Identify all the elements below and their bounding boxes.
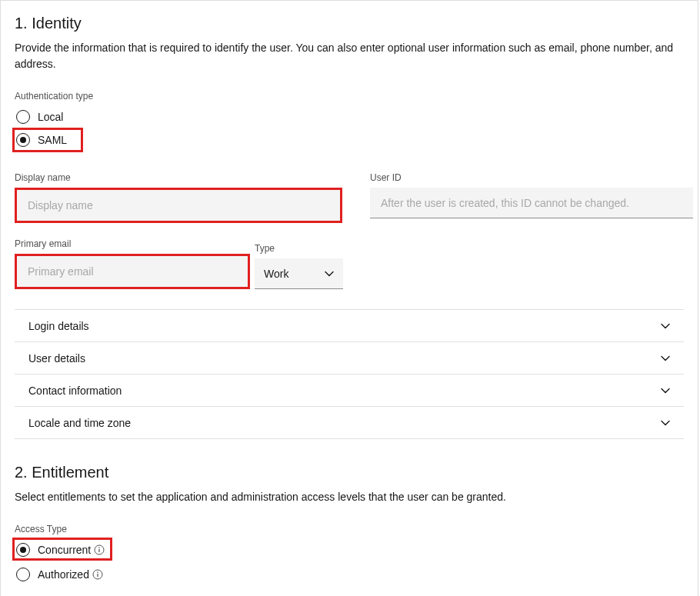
display-name-label: Display name	[15, 172, 342, 183]
svg-point-4	[97, 571, 98, 573]
radio-icon	[16, 133, 30, 147]
accordion-item-locale-timezone[interactable]: Locale and time zone	[15, 407, 684, 439]
radio-icon	[16, 110, 30, 124]
accordion-title: Locale and time zone	[28, 417, 131, 429]
radio-label: SAML	[38, 134, 67, 146]
radio-label: Concurrent	[38, 544, 91, 556]
radio-label: Local	[38, 111, 63, 123]
user-id-label: User ID	[370, 172, 693, 183]
info-icon[interactable]	[94, 544, 105, 555]
accordion-title: Login details	[28, 320, 89, 332]
auth-type-radio-group: Local SAML	[15, 108, 684, 149]
access-type-label: Access Type	[15, 524, 684, 534]
primary-email-field: Primary email	[15, 238, 250, 289]
chevron-down-icon	[661, 388, 670, 394]
info-icon[interactable]	[92, 569, 103, 580]
identity-panel: 1. Identity Provide the information that…	[0, 0, 698, 596]
user-id-input[interactable]	[370, 188, 693, 218]
accordion-title: Contact information	[28, 385, 122, 397]
auth-type-option-local[interactable]: Local	[15, 108, 684, 126]
accordion-title: User details	[28, 352, 85, 365]
identity-section-title: 1. Identity	[15, 15, 684, 32]
email-type-select[interactable]: Work	[255, 258, 343, 289]
highlight-box	[15, 188, 342, 223]
auth-type-label: Authentication type	[15, 91, 684, 102]
accordion-item-contact-information[interactable]: Contact information	[15, 375, 684, 407]
radio-label: Authorized	[38, 568, 89, 581]
primary-email-input[interactable]	[17, 256, 248, 287]
accordion-item-user-details[interactable]: User details	[15, 342, 684, 375]
primary-email-label: Primary email	[15, 238, 250, 249]
entitlement-section-title: 2. Entitlement	[15, 464, 684, 481]
chevron-down-icon	[661, 323, 670, 329]
display-name-field: Display name	[15, 172, 342, 223]
radio-icon	[16, 543, 30, 557]
svg-rect-5	[97, 574, 98, 577]
chevron-down-icon	[661, 420, 670, 426]
email-type-field: Type Work	[255, 243, 343, 289]
access-type-radio-group: Concurrent Authorized	[15, 541, 684, 584]
entitlement-section-description: Select entitlements to set the applicati…	[15, 489, 684, 505]
email-type-value: Work	[264, 268, 288, 280]
identity-accordion: Login details User details Contact infor…	[15, 309, 684, 439]
radio-icon	[16, 568, 30, 581]
access-type-option-authorized[interactable]: Authorized	[15, 565, 684, 584]
access-type-option-concurrent[interactable]: Concurrent	[15, 541, 684, 559]
user-id-field: User ID	[370, 172, 693, 223]
identity-section-description: Provide the information that is required…	[15, 40, 684, 72]
auth-type-option-saml[interactable]: SAML	[15, 131, 684, 149]
chevron-down-icon	[661, 355, 670, 361]
highlight-box	[15, 254, 250, 289]
svg-rect-2	[99, 549, 100, 552]
chevron-down-icon	[325, 271, 334, 277]
display-name-input[interactable]	[17, 190, 340, 221]
email-type-label: Type	[255, 243, 343, 254]
accordion-item-login-details[interactable]: Login details	[15, 310, 684, 342]
svg-point-1	[98, 547, 100, 548]
